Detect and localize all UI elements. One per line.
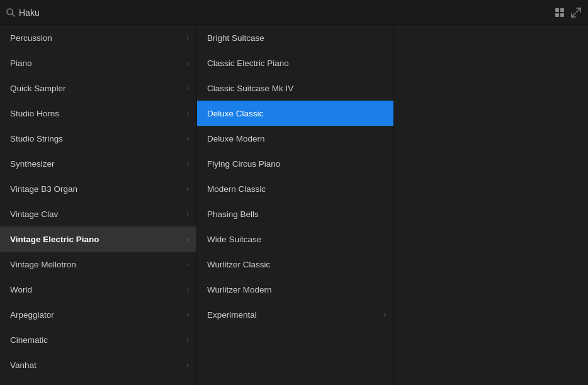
middle-column: Bright Suitcase Classic Electric Piano C… bbox=[197, 25, 394, 385]
sub-item-label: Classic Electric Piano bbox=[207, 59, 289, 68]
middle-menu-item[interactable]: Wide Suitcase bbox=[197, 226, 393, 252]
left-menu-item[interactable]: Vintage B3 Organ › bbox=[0, 176, 196, 201]
grid-icon[interactable] bbox=[554, 7, 565, 18]
menu-item-label: Quick Sampler bbox=[10, 84, 66, 93]
sub-item-label: Deluxe Modern bbox=[207, 134, 265, 143]
chevron-icon: › bbox=[186, 336, 189, 343]
svg-line-1 bbox=[12, 14, 14, 16]
sub-item-label: Wurlitzer Classic bbox=[207, 260, 270, 269]
chevron-icon: › bbox=[186, 286, 189, 293]
sub-item-label: Bright Suitcase bbox=[207, 33, 264, 43]
left-menu-item[interactable]: Percussion › bbox=[0, 25, 196, 50]
menu-item-label: Arpeggiator bbox=[10, 310, 54, 320]
left-column: Percussion › Piano › Quick Sampler › Stu… bbox=[0, 25, 197, 385]
sub-item-label: Phasing Bells bbox=[207, 209, 259, 219]
right-column bbox=[394, 25, 588, 385]
chevron-icon: › bbox=[186, 260, 189, 268]
chevron-icon: › bbox=[186, 109, 189, 117]
menu-item-label: Percussion bbox=[10, 33, 52, 43]
chevron-icon: › bbox=[186, 59, 189, 67]
chevron-icon: › bbox=[186, 135, 189, 142]
menu-item-label: World bbox=[10, 285, 32, 294]
svg-rect-4 bbox=[555, 13, 559, 17]
chevron-icon: › bbox=[186, 311, 189, 318]
left-menu-item[interactable]: Studio Horns › bbox=[0, 101, 196, 126]
left-menu-item[interactable]: Vintage Mellotron › bbox=[0, 252, 196, 277]
sub-item-label: Wide Suitcase bbox=[207, 235, 261, 244]
search-icon bbox=[6, 8, 15, 17]
svg-rect-2 bbox=[555, 8, 559, 12]
search-bar bbox=[0, 0, 588, 25]
menu-item-label: Cinematic bbox=[10, 335, 48, 345]
chevron-icon: › bbox=[186, 34, 189, 42]
middle-menu-item[interactable]: Experimental › bbox=[197, 302, 393, 327]
menu-item-label: Vintage Mellotron bbox=[10, 260, 76, 269]
middle-menu-item[interactable]: Phasing Bells bbox=[197, 201, 393, 226]
menu-item-label: Vintage B3 Organ bbox=[10, 184, 77, 194]
menu-item-label: Studio Horns bbox=[10, 109, 59, 118]
toolbar-icons bbox=[554, 7, 582, 18]
left-menu-item[interactable]: Quick Sampler › bbox=[0, 75, 196, 101]
middle-menu-item[interactable]: Wurlitzer Modern bbox=[197, 277, 393, 302]
content-area: Percussion › Piano › Quick Sampler › Stu… bbox=[0, 25, 588, 385]
svg-rect-5 bbox=[560, 13, 564, 17]
menu-item-label: Synthesizer bbox=[10, 159, 55, 169]
svg-line-7 bbox=[572, 13, 575, 17]
middle-menu-item[interactable]: Bright Suitcase bbox=[197, 25, 393, 50]
middle-menu-item[interactable]: Classic Suitcase Mk IV bbox=[197, 75, 393, 101]
left-menu-item[interactable]: Piano › bbox=[0, 50, 196, 75]
chevron-icon: › bbox=[383, 311, 386, 318]
chevron-icon: › bbox=[186, 361, 189, 369]
middle-menu-item[interactable]: Modern Classic bbox=[197, 176, 393, 201]
sub-item-label: Deluxe Classic bbox=[207, 109, 263, 118]
search-input[interactable] bbox=[19, 8, 550, 18]
app-container: Percussion › Piano › Quick Sampler › Stu… bbox=[0, 0, 588, 385]
menu-item-label: Studio Strings bbox=[10, 134, 63, 143]
collapse-icon[interactable] bbox=[570, 7, 582, 18]
chevron-icon: › bbox=[186, 235, 189, 243]
svg-rect-3 bbox=[560, 8, 564, 12]
left-menu-item[interactable]: Vintage Clav › bbox=[0, 201, 196, 226]
svg-line-6 bbox=[577, 8, 580, 12]
left-menu-item[interactable]: World › bbox=[0, 277, 196, 302]
left-menu-item[interactable]: Studio Strings › bbox=[0, 126, 196, 151]
middle-menu-item[interactable]: Wurlitzer Classic bbox=[197, 252, 393, 277]
middle-menu-item[interactable]: Deluxe Modern bbox=[197, 126, 393, 151]
sub-item-label: Modern Classic bbox=[207, 184, 266, 194]
chevron-icon: › bbox=[186, 185, 189, 192]
left-menu-item[interactable]: Vintage Electric Piano › bbox=[0, 226, 196, 252]
left-menu-item[interactable]: Vanhat › bbox=[0, 352, 196, 377]
chevron-icon: › bbox=[186, 84, 189, 92]
middle-menu-item[interactable]: Flying Circus Piano bbox=[197, 151, 393, 176]
sub-item-label: Experimental bbox=[207, 310, 257, 320]
left-menu-item[interactable]: Cinematic › bbox=[0, 327, 196, 352]
left-menu-item[interactable]: Arpeggiator › bbox=[0, 302, 196, 327]
middle-menu-item[interactable]: Classic Electric Piano bbox=[197, 50, 393, 75]
middle-menu-item[interactable]: Deluxe Classic bbox=[197, 101, 393, 126]
sub-item-label: Classic Suitcase Mk IV bbox=[207, 84, 293, 93]
left-menu-item[interactable]: Synthesizer › bbox=[0, 151, 196, 176]
menu-item-label: Vanhat bbox=[10, 360, 37, 370]
menu-item-label: Vintage Clav bbox=[10, 209, 58, 219]
chevron-icon: › bbox=[186, 160, 189, 167]
sub-item-label: Wurlitzer Modern bbox=[207, 285, 272, 294]
chevron-icon: › bbox=[186, 210, 189, 218]
sub-item-label: Flying Circus Piano bbox=[207, 159, 280, 169]
menu-item-label: Piano bbox=[10, 59, 32, 68]
menu-item-label: Vintage Electric Piano bbox=[10, 235, 99, 244]
